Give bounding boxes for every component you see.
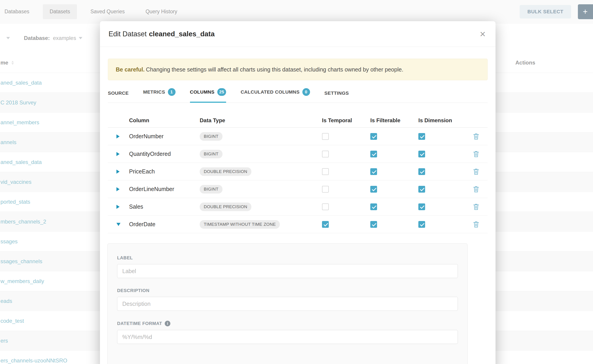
is-temporal-checkbox[interactable] (322, 151, 370, 157)
is-temporal-checkbox[interactable] (322, 168, 370, 175)
checkbox-icon (370, 203, 377, 210)
delete-column-button[interactable] (464, 168, 488, 175)
checkbox-icon (418, 168, 425, 175)
is-filterable-checkbox[interactable] (370, 203, 418, 210)
label-input[interactable] (117, 264, 458, 278)
header-is-dimension: Is Dimension (418, 117, 464, 124)
data-type-cell: BIGINT (200, 132, 322, 141)
tab-settings-label: SETTINGS (324, 91, 349, 96)
trash-icon (473, 133, 480, 140)
modal-title-prefix: Edit Dataset (109, 30, 147, 38)
is-filterable-checkbox[interactable] (370, 133, 418, 140)
trash-icon (473, 186, 480, 193)
header-column: Column (129, 117, 200, 124)
is-dimension-checkbox[interactable] (418, 168, 464, 175)
warning-banner: Be careful.Changing these settings will … (108, 59, 488, 80)
delete-column-button[interactable] (464, 133, 488, 140)
data-type-cell: BIGINT (200, 150, 322, 158)
is-filterable-checkbox[interactable] (370, 221, 418, 228)
delete-column-button[interactable] (464, 186, 488, 193)
column-name: OrderNumber (129, 133, 200, 140)
delete-column-button[interactable] (464, 203, 488, 210)
datetime-format-field-label: DATETIME FORMAT (117, 321, 458, 326)
is-filterable-checkbox[interactable] (370, 151, 418, 157)
checkbox-icon (418, 151, 425, 157)
checkbox-icon (322, 203, 329, 210)
checkbox-icon (322, 186, 329, 193)
expand-toggle[interactable] (108, 205, 129, 209)
checkbox-icon (370, 221, 377, 228)
data-type-pill: BIGINT (200, 150, 223, 158)
datetime-format-label-text: DATETIME FORMAT (117, 321, 162, 326)
calculated-columns-count-badge: 0 (302, 88, 310, 96)
datetime-format-input[interactable] (117, 330, 458, 344)
expand-toggle[interactable] (108, 223, 129, 226)
is-dimension-checkbox[interactable] (418, 133, 464, 140)
is-dimension-checkbox[interactable] (418, 221, 464, 228)
tab-columns[interactable]: COLUMNS 25 (190, 88, 226, 103)
description-input[interactable] (117, 297, 458, 311)
delete-column-button[interactable] (464, 221, 488, 228)
description-field-label: DESCRIPTION (117, 288, 458, 293)
column-row: OrderLineNumber BIGINT (108, 180, 488, 198)
warning-banner-bold: Be careful. (116, 66, 145, 73)
close-icon[interactable]: × (478, 29, 487, 39)
expand-caret-icon (116, 152, 120, 156)
data-type-cell: DOUBLE PRECISION (200, 202, 322, 211)
tab-calculated-columns[interactable]: CALCULATED COLUMNS 0 (241, 88, 310, 103)
column-row: OrderDate TIMESTAMP WITHOUT TIME ZONE (108, 216, 488, 233)
tab-columns-label: COLUMNS (190, 89, 215, 95)
is-dimension-checkbox[interactable] (418, 151, 464, 157)
trash-icon (473, 203, 480, 210)
column-name: PriceEach (129, 168, 200, 175)
data-type-pill: DOUBLE PRECISION (200, 202, 251, 211)
is-dimension-checkbox[interactable] (418, 186, 464, 193)
data-type-cell: BIGINT (200, 185, 322, 194)
label-field-label: LABEL (117, 255, 458, 260)
is-temporal-checkbox[interactable] (322, 221, 370, 228)
warning-banner-text: Changing these settings will affect all … (146, 66, 403, 73)
checkbox-icon (322, 151, 329, 157)
expand-toggle[interactable] (108, 187, 129, 191)
expand-toggle[interactable] (108, 169, 129, 174)
is-dimension-checkbox[interactable] (418, 203, 464, 210)
screen: Databases Datasets Saved Queries Query H… (0, 0, 593, 364)
expand-toggle[interactable] (108, 134, 129, 138)
data-type-pill: BIGINT (200, 185, 223, 194)
column-name: QuantityOrdered (129, 151, 200, 157)
tab-metrics-label: METRICS (143, 89, 165, 95)
is-filterable-checkbox[interactable] (370, 186, 418, 193)
info-icon[interactable] (165, 321, 170, 326)
is-temporal-checkbox[interactable] (322, 133, 370, 140)
columns-count-badge: 25 (217, 88, 226, 96)
is-temporal-checkbox[interactable] (322, 203, 370, 210)
column-name: OrderLineNumber (129, 186, 200, 192)
column-detail-panel: LABEL DESCRIPTION DATETIME FORMAT (107, 243, 468, 364)
checkbox-icon (418, 203, 425, 210)
checkbox-icon (370, 186, 377, 193)
trash-icon (473, 221, 480, 228)
expand-caret-icon (116, 134, 120, 138)
data-type-cell: TIMESTAMP WITHOUT TIME ZONE (200, 220, 322, 229)
checkbox-icon (370, 151, 377, 157)
expand-caret-icon (116, 223, 120, 226)
tab-settings[interactable]: SETTINGS (324, 91, 349, 103)
data-type-pill: BIGINT (200, 132, 223, 141)
column-name: OrderDate (129, 221, 200, 228)
expand-toggle[interactable] (108, 152, 129, 156)
modal-title-dataset-name: cleaned_sales_data (149, 30, 215, 38)
trash-icon (473, 150, 480, 158)
checkbox-icon (322, 133, 329, 140)
metrics-count-badge: 1 (168, 88, 176, 96)
tab-calculated-columns-label: CALCULATED COLUMNS (241, 89, 299, 95)
is-temporal-checkbox[interactable] (322, 186, 370, 193)
modal-header: Edit Datasetcleaned_sales_data × (100, 21, 495, 47)
is-filterable-checkbox[interactable] (370, 168, 418, 175)
expand-caret-icon (116, 187, 120, 191)
tab-metrics[interactable]: METRICS 1 (143, 88, 175, 103)
tab-source-label: SOURCE (108, 91, 129, 96)
delete-column-button[interactable] (464, 150, 488, 158)
column-row: Sales DOUBLE PRECISION (108, 198, 488, 216)
tab-source[interactable]: SOURCE (108, 91, 129, 103)
checkbox-icon (418, 133, 425, 140)
